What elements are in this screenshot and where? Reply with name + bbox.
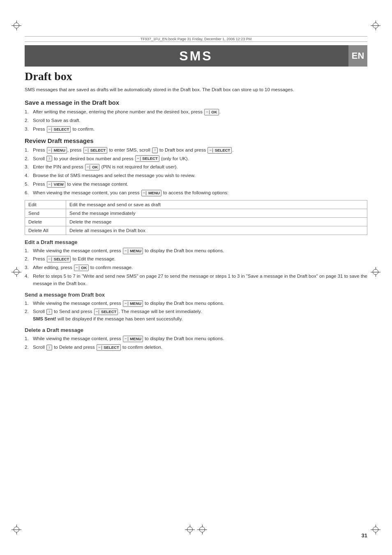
file-info-text: TF937_1FU_EN.book Page 31 Friday, Decemb…	[141, 37, 251, 41]
intro-text: SMS messages that are saved as drafts wi…	[25, 86, 367, 93]
table-cell-desc: Delete the message	[66, 217, 367, 226]
select-key-e2: −∣ SELECT	[47, 256, 71, 263]
review-step-6: 6. When viewing the message content, you…	[25, 189, 367, 197]
review-step-3: 3. Enter the PIN and press −∣ OK (PIN is…	[25, 164, 367, 171]
select-key-r1: −∣ SELECT	[83, 147, 108, 154]
page-title: Draft box	[25, 70, 367, 83]
select-key-r1b: −∣ SELECT	[208, 147, 232, 154]
review-steps-list: 1. Press −∣ MENU, press −∣ SELECT to ent…	[25, 147, 367, 197]
scroll-icon-1: ↕	[152, 147, 158, 153]
table-cell-option: Edit	[25, 200, 66, 209]
menu-key-s1: −∣ MENU	[123, 300, 143, 307]
section-save-title: Save a message in the Draft box	[25, 99, 367, 106]
review-step-4: 4. Browse the list of SMS messages and s…	[25, 172, 367, 180]
options-table: Edit Edit the message and send or save a…	[25, 200, 367, 235]
menu-key-1: −∣ MENU	[47, 147, 67, 154]
review-step-1: 1. Press −∣ MENU, press −∣ SELECT to ent…	[25, 147, 367, 154]
table-row: Send Send the message immediately	[25, 209, 367, 217]
table-cell-option: Delete All	[25, 226, 66, 235]
select-key-s2: −∣ SELECT	[94, 309, 118, 315]
language-badge: EN	[348, 45, 367, 67]
scroll-icon-d2: ↕	[46, 345, 52, 350]
save-step-3: 3. Press −∣ SELECT to confirm.	[25, 126, 367, 133]
crosshair-mid-left	[12, 267, 21, 277]
crosshair-bottom-mid-left	[185, 525, 195, 534]
review-step-5: 5. Press −∣ VIEW to view the message con…	[25, 181, 367, 188]
scroll-icon-2: ↕	[46, 156, 52, 161]
crosshair-bottom-left	[12, 525, 21, 534]
table-row: Edit Edit the message and send or save a…	[25, 200, 367, 209]
sms-title: SMS	[179, 48, 212, 64]
main-content: Draft box SMS messages that are saved as…	[25, 70, 367, 522]
section-send-title: Send a message from Draft box	[25, 292, 367, 298]
menu-key-d1: −∣ MENU	[123, 336, 143, 342]
edit-step-4: 4. Refer to steps 5 to 7 in "Write and s…	[25, 273, 367, 288]
table-row: Delete All Delete all messages in the Dr…	[25, 226, 367, 235]
crosshair-top-right	[371, 21, 380, 30]
ok-key-1: −∣ OK	[204, 109, 219, 115]
select-key-1: −∣ SELECT	[47, 126, 71, 133]
crosshair-top-left	[12, 21, 21, 30]
view-key-r5: −∣ VIEW	[47, 181, 65, 188]
sms-sent-label: SMS Sent!	[33, 316, 56, 321]
save-steps-list: 1. After writing the message, entering t…	[25, 108, 367, 133]
table-cell-option: Delete	[25, 217, 66, 226]
edit-steps-list: 1. While viewing the message content, pr…	[25, 247, 367, 288]
language-text: EN	[352, 51, 364, 61]
delete-step-2: 2. Scroll ↕ to Delete and press −∣ SELEC…	[25, 344, 367, 351]
crosshair-mid-right	[371, 267, 380, 277]
table-cell-option: Send	[25, 209, 66, 217]
delete-step-1: 1. While viewing the message content, pr…	[25, 335, 367, 343]
send-step-1: 1. While viewing the message content, pr…	[25, 300, 367, 307]
save-step-1: 1. After writing the message, entering t…	[25, 108, 367, 116]
edit-step-3: 3. After editing, press −∣ OK to confirm…	[25, 264, 367, 272]
scroll-icon-s2: ↕	[46, 309, 52, 315]
menu-key-e1: −∣ MENU	[123, 248, 143, 254]
edit-step-2: 2. Press −∣ SELECT to Edit the message.	[25, 256, 367, 263]
page-number: 31	[362, 532, 367, 539]
table-cell-desc: Edit the message and send or save as dra…	[66, 200, 367, 209]
section-edit-title: Edit a Draft message	[25, 239, 367, 245]
send-steps-list: 1. While viewing the message content, pr…	[25, 300, 367, 323]
sms-banner: SMS	[25, 45, 367, 67]
table-row: Delete Delete the message	[25, 217, 367, 226]
table-cell-desc: Send the message immediately	[66, 209, 367, 217]
menu-key-r6: −∣ MENU	[141, 190, 161, 196]
ok-key-e3: −∣ OK	[74, 265, 88, 271]
save-step-2: 2. Scroll to Save as draft.	[25, 117, 367, 124]
crosshair-bottom-mid-right	[197, 525, 207, 534]
section-review-title: Review Draft messages	[25, 137, 367, 144]
section-delete-title: Delete a Draft message	[25, 327, 367, 333]
select-key-d2: −∣ SELECT	[97, 344, 121, 351]
crosshair-bottom-right	[371, 525, 380, 534]
delete-steps-list: 1. While viewing the message content, pr…	[25, 335, 367, 351]
select-key-r2: −∣ SELECT	[135, 155, 159, 162]
review-step-2: 2. Scroll ↕ to your desired box number a…	[25, 155, 367, 163]
ok-key-r3: −∣ OK	[85, 164, 99, 170]
file-info-bar: TF937_1FU_EN.book Page 31 Friday, Decemb…	[25, 36, 367, 42]
table-cell-desc: Delete all messages in the Draft box	[66, 226, 367, 235]
send-step-2: 2. Scroll ↕ to Send and press −∣ SELECT.…	[25, 308, 367, 323]
edit-step-1: 1. While viewing the message content, pr…	[25, 247, 367, 255]
